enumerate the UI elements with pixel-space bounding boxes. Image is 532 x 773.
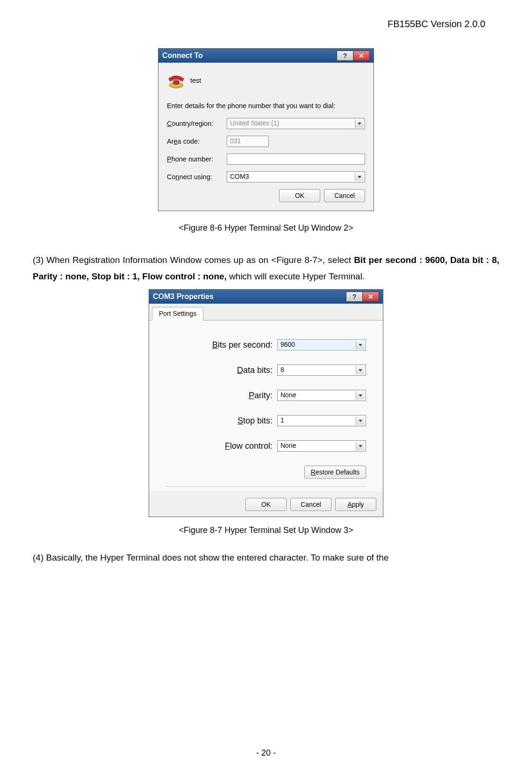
parity-label: Parity: (207, 391, 277, 401)
dialog-title: Connect To (162, 51, 203, 60)
chevron-down-icon (356, 366, 365, 374)
dialog-titlebar: Connect To ? ✕ (158, 49, 374, 63)
cancel-button[interactable]: Cancel (324, 189, 365, 202)
paragraph-4: (4) Basically, the Hyper Terminal does n… (33, 549, 499, 566)
figure-caption-1: <Figure 8-6 Hyper Terminal Set Up Window… (28, 223, 504, 233)
flow-label: Flow control: (207, 441, 277, 451)
area-code-input[interactable]: 031 (227, 136, 269, 147)
connection-name: test (190, 77, 201, 84)
phone-number-input[interactable] (227, 153, 365, 165)
databits-label: Data bits: (207, 365, 277, 375)
svg-rect-1 (173, 80, 179, 84)
question-icon: ? (352, 293, 357, 300)
stopbits-select[interactable]: 1 (277, 415, 366, 426)
apply-button[interactable]: Apply (335, 498, 376, 511)
chevron-down-icon (356, 341, 365, 349)
bps-select[interactable]: 9600 (277, 339, 366, 350)
close-icon: ✕ (368, 293, 374, 300)
close-icon: ✕ (359, 52, 364, 59)
help-button[interactable]: ? (346, 292, 363, 302)
close-button[interactable]: ✕ (353, 51, 370, 61)
connect-using-select[interactable]: COM3 (227, 171, 365, 182)
instruction-text: Enter details for the phone number that … (167, 102, 365, 109)
doc-version: FB155BC Version 2.0.0 (28, 19, 485, 29)
question-icon: ? (343, 52, 347, 59)
tab-port-settings[interactable]: Port Settings (152, 307, 203, 321)
com-properties-dialog: COM3 Properties ? ✕ Port Settings Bits p… (149, 289, 383, 517)
cancel-button[interactable]: Cancel (290, 498, 331, 511)
telephone-icon (167, 72, 186, 89)
page-number: - 20 - (0, 748, 532, 758)
chevron-down-icon (355, 119, 364, 128)
dialog-titlebar: COM3 Properties ? ✕ (149, 290, 383, 304)
country-label: CCountry/region:ountry/region: (167, 120, 227, 127)
ok-button[interactable]: OK (245, 498, 287, 511)
ok-button[interactable]: OK (279, 189, 320, 202)
dialog-title: COM3 Properties (153, 292, 214, 301)
chevron-down-icon (355, 173, 364, 181)
phone-number-label: Phone number: (167, 155, 227, 163)
figure-caption-2: <Figure 8-7 Hyper Terminal Set Up Window… (28, 525, 504, 535)
tab-strip: Port Settings (149, 304, 383, 321)
paragraph-3: (3) When Registration Information Window… (33, 252, 499, 284)
connect-to-dialog: Connect To ? ✕ test Enter details for th… (158, 48, 374, 211)
chevron-down-icon (356, 416, 365, 425)
country-select[interactable]: United States (1) (227, 118, 365, 129)
bps-label: Bits per second: (207, 340, 277, 350)
flow-select[interactable]: None (277, 440, 366, 452)
databits-select[interactable]: 8 (277, 365, 366, 376)
help-button[interactable]: ? (337, 51, 353, 61)
restore-defaults-button[interactable]: Restore Defaults (304, 466, 366, 479)
parity-select[interactable]: None (277, 390, 366, 401)
connect-using-label: Connect using: (167, 173, 227, 181)
area-code-label: Area code: (167, 138, 227, 145)
chevron-down-icon (356, 391, 365, 400)
close-button[interactable]: ✕ (362, 292, 379, 302)
chevron-down-icon (356, 442, 365, 450)
stopbits-label: Stop bits: (207, 416, 277, 426)
